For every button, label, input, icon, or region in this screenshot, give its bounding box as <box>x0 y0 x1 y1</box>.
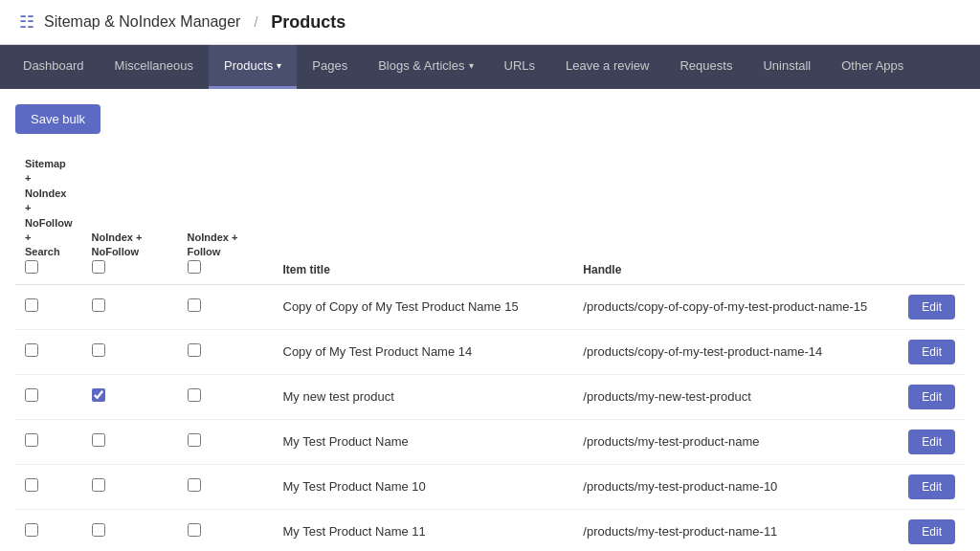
row-5-col2-checkbox[interactable] <box>92 523 105 537</box>
nav-item-leave-review[interactable]: Leave a review <box>550 45 664 89</box>
row-5-edit-button[interactable]: Edit <box>908 519 955 544</box>
table-row: My Test Product Name 11/products/my-test… <box>15 509 965 551</box>
row-item-title: My new test product <box>274 374 574 419</box>
app-icon: ☷ <box>19 11 34 33</box>
col-header-noindex-follow: NoIndex +Follow <box>178 149 274 284</box>
products-table: Sitemap +NoIndex +NoFollow +Search NoInd… <box>15 149 965 551</box>
row-0-col3-checkbox[interactable] <box>188 298 201 312</box>
row-handle: /products/copy-of-copy-of-my-test-produc… <box>573 284 899 329</box>
row-3-col1-checkbox[interactable] <box>25 433 38 447</box>
nav-item-products[interactable]: Products ▾ <box>209 45 297 89</box>
blogs-chevron-icon: ▾ <box>469 60 474 71</box>
row-0-col2-checkbox[interactable] <box>92 298 105 312</box>
row-5-col3-checkbox[interactable] <box>188 523 201 537</box>
row-handle: /products/my-test-product-name-10 <box>573 464 899 509</box>
row-1-col3-checkbox[interactable] <box>188 343 201 357</box>
table-row: My Test Product Name/products/my-test-pr… <box>15 419 965 464</box>
nav-item-miscellaneous[interactable]: Miscellaneous <box>100 45 209 89</box>
table-row: Copy of Copy of My Test Product Name 15/… <box>15 284 965 329</box>
row-2-col3-checkbox[interactable] <box>188 388 201 402</box>
save-bulk-button[interactable]: Save bulk <box>15 104 100 134</box>
row-3-edit-button[interactable]: Edit <box>908 430 955 454</box>
nav-item-blogs[interactable]: Blogs & Articles ▾ <box>363 45 488 89</box>
select-all-col3[interactable] <box>188 260 201 274</box>
row-2-col2-checkbox[interactable] <box>92 388 105 402</box>
app-title: Sitemap & NoIndex Manager <box>44 13 240 31</box>
row-4-edit-button[interactable]: Edit <box>908 474 955 499</box>
row-1-col1-checkbox[interactable] <box>25 343 38 357</box>
row-item-title: My Test Product Name 10 <box>274 464 574 509</box>
select-all-col2[interactable] <box>92 260 105 274</box>
row-4-col3-checkbox[interactable] <box>188 478 201 492</box>
select-all-col1[interactable] <box>25 260 38 274</box>
col-header-action <box>899 149 965 284</box>
row-3-col2-checkbox[interactable] <box>92 433 105 447</box>
row-2-col1-checkbox[interactable] <box>25 388 38 402</box>
nav-item-other-apps[interactable]: Other Apps <box>826 45 919 89</box>
row-3-col3-checkbox[interactable] <box>188 433 201 447</box>
row-handle: /products/my-test-product-name-11 <box>573 509 899 551</box>
row-item-title: Copy of My Test Product Name 14 <box>274 329 574 374</box>
nav-item-uninstall[interactable]: Uninstall <box>747 45 826 89</box>
col-header-sitemap: Sitemap +NoIndex +NoFollow +Search <box>15 149 82 284</box>
products-chevron-icon: ▾ <box>277 60 281 71</box>
nav-item-dashboard[interactable]: Dashboard <box>8 45 100 89</box>
row-handle: /products/my-new-test-product <box>573 374 899 419</box>
main-content: Save bulk Sitemap +NoIndex +NoFollow +Se… <box>0 89 980 551</box>
row-1-edit-button[interactable]: Edit <box>908 340 955 364</box>
header-separator: / <box>254 14 257 30</box>
nav-bar: Dashboard Miscellaneous Products ▾ Pages… <box>0 45 980 89</box>
col-header-noindex-nofollow: NoIndex +NoFollow <box>82 149 178 284</box>
table-row: Copy of My Test Product Name 14/products… <box>15 329 965 374</box>
row-handle: /products/my-test-product-name <box>573 419 899 464</box>
nav-item-requests[interactable]: Requests <box>664 45 747 89</box>
page-title: Products <box>271 12 345 33</box>
row-0-edit-button[interactable]: Edit <box>908 295 955 320</box>
table-row: My new test product/products/my-new-test… <box>15 374 965 419</box>
row-handle: /products/copy-of-my-test-product-name-1… <box>573 329 899 374</box>
row-2-edit-button[interactable]: Edit <box>908 385 955 409</box>
row-4-col1-checkbox[interactable] <box>25 478 38 492</box>
row-4-col2-checkbox[interactable] <box>92 478 105 492</box>
row-5-col1-checkbox[interactable] <box>25 523 38 537</box>
app-header: ☷ Sitemap & NoIndex Manager / Products <box>0 0 980 45</box>
col-header-item-title: Item title <box>274 149 574 284</box>
row-item-title: Copy of Copy of My Test Product Name 15 <box>274 284 574 329</box>
table-row: My Test Product Name 10/products/my-test… <box>15 464 965 509</box>
nav-item-urls[interactable]: URLs <box>489 45 551 89</box>
row-1-col2-checkbox[interactable] <box>92 343 105 357</box>
row-0-col1-checkbox[interactable] <box>25 298 38 312</box>
row-item-title: My Test Product Name 11 <box>274 509 574 551</box>
col-header-handle: Handle <box>573 149 899 284</box>
nav-item-pages[interactable]: Pages <box>297 45 363 89</box>
row-item-title: My Test Product Name <box>274 419 574 464</box>
